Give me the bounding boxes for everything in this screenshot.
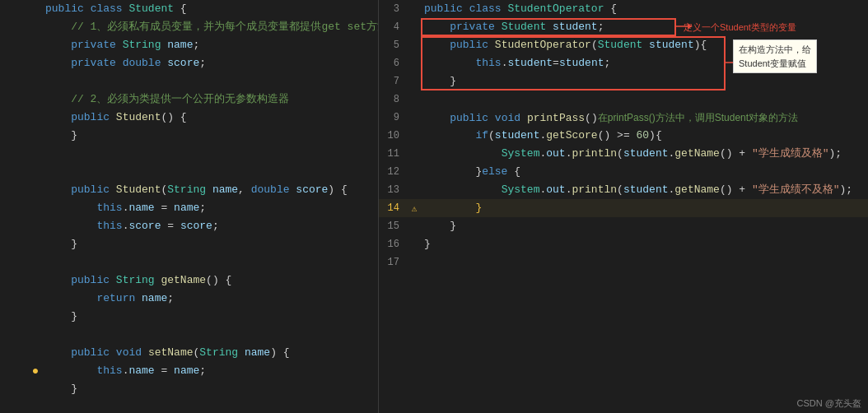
line-content bbox=[42, 163, 378, 181]
line-content: // 1、必须私有成员变量，并为每个成员变量都提供get set方法 bbox=[42, 18, 378, 36]
code-line: // 1、必须私有成员变量，并为每个成员变量都提供get set方法 bbox=[0, 18, 378, 36]
line-content: public void printPass()在printPass()方法中，调… bbox=[421, 109, 868, 128]
code-line: 10 if(student.getScore() >= 60){ bbox=[379, 127, 868, 145]
code-line: } bbox=[0, 380, 378, 398]
line-number: 6 bbox=[379, 58, 408, 69]
code-line: public class Student { bbox=[0, 0, 378, 18]
code-line: public Student(String name, double score… bbox=[0, 181, 378, 199]
line-content: this.score = score; bbox=[42, 217, 378, 235]
code-line: public String getName() { bbox=[0, 271, 378, 290]
code-line: } bbox=[0, 308, 378, 326]
line-content: // 2、必须为类提供一个公开的无参数构造器 bbox=[42, 90, 378, 109]
code-line bbox=[0, 253, 378, 271]
line-content: } bbox=[421, 235, 868, 253]
code-line: private double score; bbox=[0, 54, 378, 72]
line-number: 14 bbox=[379, 202, 408, 214]
annotation-constructor: 在构造方法中，给Student变量赋值 bbox=[733, 39, 817, 73]
line-number: 8 bbox=[379, 94, 408, 105]
code-line: ● this.name = name; bbox=[0, 362, 378, 380]
line-content: } bbox=[42, 127, 378, 145]
line-content: }else { bbox=[421, 163, 868, 181]
line-number: 9 bbox=[379, 112, 408, 123]
code-line: public Student() { bbox=[0, 109, 378, 127]
line-number: 7 bbox=[379, 76, 408, 87]
warning-icon: ⚠ bbox=[412, 203, 418, 214]
line-number: 4 bbox=[379, 21, 408, 33]
line-number: 16 bbox=[379, 239, 408, 250]
line-number: 12 bbox=[379, 166, 408, 178]
code-line: 11 System.out.println(student.getName() … bbox=[379, 145, 868, 163]
line-content: this.name = name; bbox=[42, 362, 378, 380]
line-content: public class StudentOperator { bbox=[421, 0, 868, 18]
line-content: if(student.getScore() >= 60){ bbox=[421, 127, 868, 145]
code-line: 3 public class StudentOperator { bbox=[379, 0, 868, 18]
line-number: 5 bbox=[379, 39, 408, 51]
line-content: return name; bbox=[42, 290, 378, 308]
line-number: 15 bbox=[379, 220, 408, 232]
line-content: } bbox=[421, 199, 868, 217]
line-content bbox=[42, 326, 378, 344]
line-content: private Student student; bbox=[421, 18, 868, 36]
code-line: this.score = score; bbox=[0, 217, 378, 235]
line-content bbox=[421, 90, 868, 109]
line-content: System.out.println(student.getName() + "… bbox=[421, 145, 868, 163]
line-content: this.name = name; bbox=[42, 199, 378, 217]
editor-container: public class Student { // 1、必须私有成员变量，并为每… bbox=[0, 0, 868, 413]
code-line: 17 bbox=[379, 253, 868, 271]
line-number: 13 bbox=[379, 184, 408, 196]
code-line: } bbox=[0, 235, 378, 253]
line-content: } bbox=[421, 217, 868, 235]
code-line: private String name; bbox=[0, 36, 378, 54]
code-line: 12 }else { bbox=[379, 163, 868, 181]
code-line bbox=[0, 163, 378, 181]
code-line: 9 public void printPass()在printPass()方法中… bbox=[379, 109, 868, 127]
code-line: 14 ⚠ } bbox=[379, 199, 868, 217]
line-content: } bbox=[421, 72, 868, 90]
line-content: } bbox=[42, 380, 378, 398]
line-content bbox=[42, 72, 378, 90]
line-content bbox=[421, 253, 868, 271]
left-code-area: public class Student { // 1、必须私有成员变量，并为每… bbox=[0, 0, 378, 413]
right-panel: 3 public class StudentOperator { 4 priva… bbox=[379, 0, 868, 413]
left-panel: public class Student { // 1、必须私有成员变量，并为每… bbox=[0, 0, 379, 413]
line-content: private String name; bbox=[42, 36, 378, 54]
line-gutter: ⚠ bbox=[408, 203, 421, 214]
line-content: private double score; bbox=[42, 54, 378, 72]
line-content: public class Student { bbox=[42, 0, 378, 18]
csdn-label: CSDN @充头盔 bbox=[797, 397, 861, 410]
line-number: 3 bbox=[379, 3, 408, 15]
line-content: public Student() { bbox=[42, 109, 378, 127]
code-line: } bbox=[0, 127, 378, 145]
line-content bbox=[42, 253, 378, 271]
annotation-define-student: 定义一个Student类型的变量 bbox=[684, 21, 796, 34]
code-line: 16 } bbox=[379, 235, 868, 253]
code-line bbox=[0, 72, 378, 90]
line-gutter: ● bbox=[29, 362, 42, 380]
code-line: 15 } bbox=[379, 217, 868, 235]
code-line: 8 bbox=[379, 90, 868, 109]
right-wrapper: 3 public class StudentOperator { 4 priva… bbox=[379, 0, 868, 413]
code-line bbox=[0, 326, 378, 344]
line-content: System.out.println(student.getName() + "… bbox=[421, 181, 868, 199]
code-line: // 2、必须为类提供一个公开的无参数构造器 bbox=[0, 90, 378, 109]
line-content: } bbox=[42, 308, 378, 326]
line-number: 10 bbox=[379, 130, 408, 142]
line-content bbox=[42, 145, 378, 163]
line-content: public String getName() { bbox=[42, 271, 378, 290]
code-line: 13 System.out.println(student.getName() … bbox=[379, 181, 868, 199]
code-line: 7 } bbox=[379, 72, 868, 90]
code-line bbox=[0, 145, 378, 163]
line-number: 17 bbox=[379, 257, 408, 268]
line-content: public void setName(String name) { bbox=[42, 344, 378, 362]
code-line: this.name = name; bbox=[0, 199, 378, 217]
line-content: public Student(String name, double score… bbox=[42, 181, 378, 199]
line-number: 11 bbox=[379, 148, 408, 160]
code-line: return name; bbox=[0, 290, 378, 308]
code-line: public void setName(String name) { bbox=[0, 344, 378, 362]
line-content: } bbox=[42, 235, 378, 253]
